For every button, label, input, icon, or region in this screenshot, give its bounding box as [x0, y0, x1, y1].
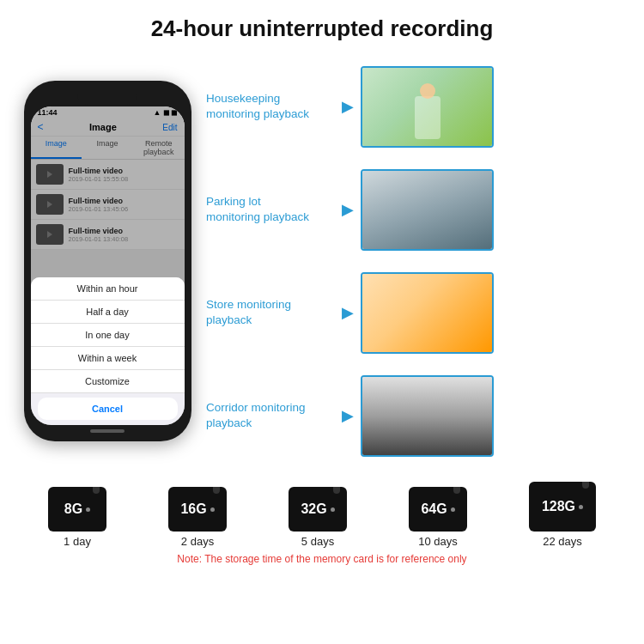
arrow-right-icon: ▶	[342, 303, 354, 322]
sd-size-label: 64G	[421, 501, 447, 517]
sd-notch	[453, 487, 460, 494]
sd-card-item-16g: 16G 2 days	[168, 487, 227, 548]
sd-size-label: 8G	[64, 501, 82, 517]
sd-notch	[582, 482, 589, 489]
monitor-label-store: Store monitoringplayback	[206, 297, 335, 327]
phone-mockup: 11:44 ▲ ◼ ◼ < Image Edit Image Image Rem…	[17, 51, 197, 471]
monitor-label-housekeeping: Housekeepingmonitoring playback	[206, 91, 335, 121]
sd-card-32g: 32G	[289, 487, 347, 532]
page-title: 24-hour uninterrupted recording	[9, 15, 635, 42]
sd-days-128g: 22 days	[543, 535, 582, 548]
dropdown-item-customize[interactable]: Customize	[31, 370, 185, 393]
bottom-section: 8G 1 day 16G 2 days 32G 5 days 6	[0, 471, 644, 569]
monitor-photo-store	[361, 272, 494, 354]
sd-days-16g: 2 days	[181, 535, 214, 548]
sd-card-item-32g: 32G 5 days	[289, 487, 347, 548]
arrow-right-icon: ▶	[342, 97, 354, 116]
arrow-right-icon: ▶	[342, 200, 354, 219]
sd-card-item-8g: 8G 1 day	[48, 487, 106, 548]
arrow-right-icon: ▶	[342, 406, 354, 425]
photo-image-store	[362, 274, 492, 352]
phone-body: 11:44 ▲ ◼ ◼ < Image Edit Image Image Rem…	[24, 81, 191, 441]
sd-days-32g: 5 days	[301, 535, 334, 548]
sd-notch	[213, 487, 220, 494]
dropdown-sheet: Within an hour Half a day In one day Wit…	[31, 277, 185, 425]
sd-dot	[331, 507, 335, 512]
dropdown-cancel-button[interactable]: Cancel	[38, 398, 178, 420]
monitor-photo-corridor	[361, 375, 494, 457]
monitor-photo-parking	[361, 169, 494, 251]
monitor-label-parking: Parking lotmonitoring playback	[206, 194, 335, 224]
sd-size-label: 16G	[180, 501, 206, 517]
sd-dot	[86, 507, 90, 512]
monitor-photo-housekeeping	[361, 66, 494, 148]
sd-dot	[210, 507, 215, 512]
photo-image-corridor	[362, 377, 492, 455]
monitor-label-corridor: Corridor monitoringplayback	[206, 400, 335, 430]
sd-cards-row: 8G 1 day 16G 2 days 32G 5 days 6	[17, 482, 627, 548]
sd-card-item-128g: 128G 22 days	[529, 482, 596, 548]
sd-card-64g: 64G	[409, 487, 467, 532]
sd-days-8g: 1 day	[64, 535, 91, 548]
dropdown-item-hour[interactable]: Within an hour	[31, 277, 185, 301]
monitor-row-store: Store monitoringplayback ▶	[206, 272, 627, 354]
phone-notch	[77, 89, 137, 105]
page-header: 24-hour uninterrupted recording	[0, 0, 644, 51]
photo-image-housekeeping	[362, 68, 492, 146]
sd-size-label: 128G	[542, 499, 575, 514]
sd-card-8g: 8G	[48, 487, 106, 532]
dropdown-item-halfday[interactable]: Half a day	[31, 301, 185, 324]
photo-image-parking	[362, 171, 492, 249]
dropdown-item-oneday[interactable]: In one day	[31, 324, 185, 347]
monitor-row-corridor: Corridor monitoringplayback ▶	[206, 375, 627, 457]
home-indicator	[90, 429, 125, 433]
main-content: 11:44 ▲ ◼ ◼ < Image Edit Image Image Rem…	[0, 51, 644, 471]
sd-dot	[451, 507, 455, 512]
sd-dot	[579, 505, 583, 509]
sd-days-64g: 10 days	[418, 535, 458, 548]
monitoring-section: Housekeepingmonitoring playback ▶ Parkin…	[206, 51, 627, 471]
monitor-row-housekeeping: Housekeepingmonitoring playback ▶	[206, 66, 627, 148]
sd-notch	[333, 487, 340, 494]
monitor-row-parking: Parking lotmonitoring playback ▶	[206, 169, 627, 251]
sd-size-label: 32G	[301, 501, 326, 517]
sd-notch	[93, 487, 100, 494]
phone-screen: 11:44 ▲ ◼ ◼ < Image Edit Image Image Rem…	[31, 106, 185, 425]
sd-card-128g: 128G	[529, 482, 596, 532]
sd-card-item-64g: 64G 10 days	[409, 487, 467, 548]
storage-note: Note: The storage time of the memory car…	[17, 553, 627, 565]
sd-card-16g: 16G	[168, 487, 227, 532]
dropdown-item-week[interactable]: Within a week	[31, 347, 185, 370]
